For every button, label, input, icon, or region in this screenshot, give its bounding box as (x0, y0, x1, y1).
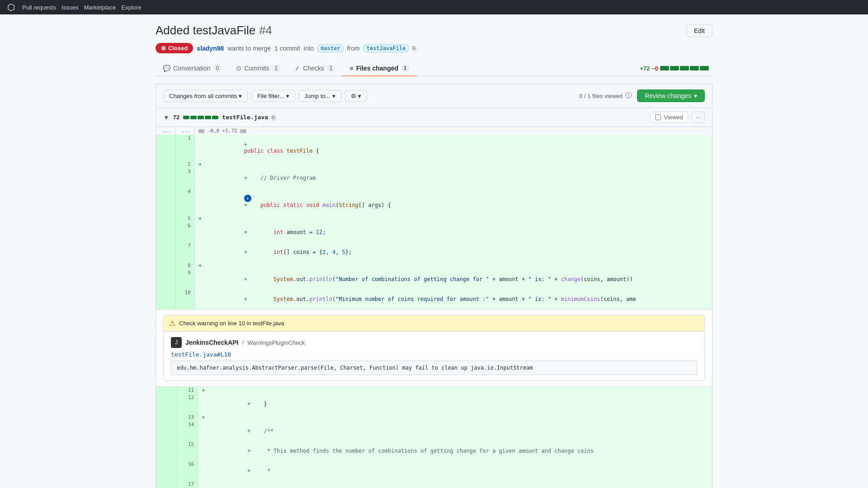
chevron-down-icon-review: ▾ (694, 92, 697, 99)
file-header-left: ▼ 72 testFile.java ⎘ (163, 114, 275, 121)
line-code-16: + * (198, 461, 712, 481)
line-num-new-2: 2 (175, 161, 194, 168)
add-comment-button-4[interactable]: + (244, 195, 251, 202)
chevron-down-icon: ▾ (239, 93, 242, 99)
line-num-new-3: 3 (175, 168, 194, 188)
file-line-link[interactable]: testFile.java#L10 (171, 351, 231, 358)
line-code-4: + + public static void main(String[] arg… (194, 188, 712, 215)
line-num-old-11 (156, 387, 177, 394)
checks-icon: ✓ (295, 65, 300, 72)
diff-line-7: 7 + int[] coins = {2, 4, 5}; (156, 242, 712, 262)
line-code-5: + (194, 215, 712, 222)
line-num-old-5 (156, 215, 175, 222)
tab-files-changed[interactable]: ≡ Files changed 1 (342, 61, 416, 76)
nav-explore[interactable]: Explore (122, 4, 142, 11)
file-change-count: 72 (173, 114, 179, 121)
tab-commits[interactable]: ⊙ Commits 1 (229, 61, 288, 76)
closed-status-badge: ⊗ Closed (156, 43, 193, 53)
settings-button[interactable]: ⚙ ▾ (345, 90, 367, 102)
line-num-new-7: 7 (175, 242, 194, 262)
copy-file-path-icon[interactable]: ⎘ (272, 114, 275, 121)
file-diff-mini-2 (190, 116, 197, 119)
line-num-new-1: 1 (175, 135, 194, 161)
pr-title-label: Added testJavaFile (156, 23, 255, 38)
viewed-checkbox[interactable]: Viewed (650, 112, 688, 123)
line-num-new-14: 14 (177, 421, 198, 441)
github-logo-icon: ⬡ (7, 2, 15, 13)
line-num-new-13: 13 (177, 414, 198, 421)
tab-conversation[interactable]: 💬 Conversation 0 (156, 61, 229, 76)
copy-branch-icon[interactable]: ⎘ (412, 45, 416, 52)
line-num-old-7 (156, 242, 175, 262)
edit-button[interactable]: Edit (686, 24, 712, 37)
file-diff-mini-1 (183, 116, 189, 119)
line-num-new-15: 15 (177, 441, 198, 461)
tab-checks[interactable]: ✓ Checks 1 (288, 61, 342, 76)
file-link-container: testFile.java#L10 (171, 351, 697, 358)
pr-source-branch[interactable]: testJavaFile (363, 44, 409, 52)
additions-count: +72 (640, 65, 650, 72)
jump-to-button[interactable]: Jump to... ▾ (299, 90, 341, 102)
line-num-old-3 (156, 168, 175, 188)
pr-merge-text: wants to merge (227, 45, 271, 52)
diff-line-2: 2 + (156, 161, 712, 168)
diff-line-15: 15 + * This method finds the number of c… (156, 441, 712, 461)
line-num-old-2 (156, 161, 175, 168)
expand-line-num-old: ... (156, 127, 175, 135)
file-more-button[interactable]: ··· (692, 112, 705, 123)
viewed-label: Viewed (664, 114, 683, 121)
line-num-new-10: 10 (175, 289, 194, 309)
diff-block-3 (680, 66, 689, 70)
diff-line-8: 8 + (156, 262, 712, 269)
diff-line-9: 9 + System.out.println("Number of combin… (156, 269, 712, 289)
warning-triangle-icon: ⚠ (169, 319, 175, 328)
pr-number: #4 (259, 23, 272, 38)
warning-body: J JenkinsCheckAPI / WarningsPluginCheck … (164, 332, 704, 380)
line-num-old-6 (156, 222, 175, 242)
file-diff-mini-4 (205, 116, 211, 119)
info-icon[interactable]: ⓘ (625, 92, 632, 100)
expand-line-num-new: ... (175, 127, 194, 135)
line-code-7: + int[] coins = {2, 4, 5}; (194, 242, 712, 262)
line-num-old-4 (156, 188, 175, 215)
code-diff-section-1: ... ... @@ -0,0 +1,72 @@ 1 + public clas… (156, 127, 712, 309)
line-code-10: + System.out.println("Minimum number of … (194, 289, 712, 309)
diff-line-1: 1 + public class testFile { (156, 135, 712, 161)
pr-target-branch[interactable]: master (317, 44, 343, 52)
commits-icon: ⊙ (236, 65, 241, 72)
settings-icon: ⚙ (351, 93, 356, 99)
diff-bar-right: 0 / 1 files viewed ⓘ Review changes ▾ (579, 89, 705, 102)
pr-author[interactable]: sladyn98 (197, 45, 224, 52)
line-code-8: + (194, 262, 712, 269)
line-code-6: + int amount = 12; (194, 222, 712, 242)
code-diff-section-2: 11 + 12 + } 13 + (156, 386, 712, 488)
top-nav-bar: ⬡ Pull requests Issues Marketplace Explo… (0, 0, 868, 14)
line-code-3: + // Driver Program (194, 168, 712, 188)
diff-line-4: 4 + + public static void main(String[] a… (156, 188, 712, 215)
diff-line-17: 17 + * @param coins The list of coins (156, 481, 712, 488)
viewed-checkbox-input[interactable] (655, 114, 661, 120)
diff-block-1 (660, 66, 669, 70)
diff-table-1: ... ... @@ -0,0 +1,72 @@ 1 + public clas… (156, 127, 712, 309)
changes-from-button[interactable]: Changes from all commits ▾ (163, 90, 248, 102)
file-header-right: Viewed ··· (650, 112, 705, 123)
chevron-down-icon-jump: ▾ (332, 93, 335, 99)
diff-table-2: 11 + 12 + } 13 + (156, 387, 712, 488)
nav-marketplace[interactable]: Marketplace (84, 4, 116, 11)
conversation-icon: 💬 (163, 65, 170, 72)
line-num-new-9: 9 (175, 269, 194, 289)
line-code-2: + (194, 161, 712, 168)
line-num-new-16: 16 (177, 461, 198, 481)
line-code-9: + System.out.println("Number of combinat… (194, 269, 712, 289)
nav-issues[interactable]: Issues (61, 4, 79, 11)
line-num-old-10 (156, 289, 175, 309)
review-changes-button[interactable]: Review changes ▾ (637, 89, 705, 102)
file-diff-mini-5 (212, 116, 218, 119)
file-collapse-toggle[interactable]: ▼ (163, 114, 170, 121)
nav-pull-requests[interactable]: Pull requests (22, 4, 56, 11)
jenkins-header: J JenkinsCheckAPI / WarningsPluginCheck (171, 337, 697, 348)
file-filter-button[interactable]: File filter... ▾ (251, 90, 295, 102)
file-diff-container: ▼ 72 testFile.java ⎘ Viewed ··· (156, 108, 712, 488)
diff-line-16: 16 + * (156, 461, 712, 481)
file-name-label: testFile.java (222, 114, 268, 121)
